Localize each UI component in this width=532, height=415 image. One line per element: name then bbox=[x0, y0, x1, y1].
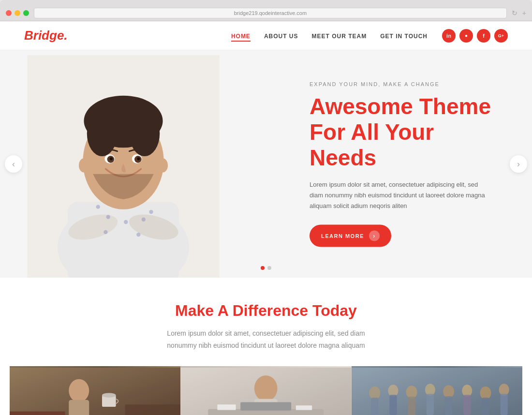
section-description: Lorem ipsum dolor sit amet, consectetuer… bbox=[164, 327, 368, 352]
svg-point-33 bbox=[102, 393, 116, 398]
svg-point-50 bbox=[406, 386, 417, 399]
website-content: Bridge. HOME ABOUT US MEET OUR TEAM GET … bbox=[0, 21, 532, 415]
svg-point-48 bbox=[388, 385, 398, 397]
svg-point-12 bbox=[103, 230, 107, 234]
svg-point-9 bbox=[106, 215, 110, 219]
dot-fullscreen[interactable] bbox=[23, 10, 29, 16]
navbar: Bridge. HOME ABOUT US MEET OUR TEAM GET … bbox=[0, 21, 532, 50]
nav-item-contact[interactable]: GET IN TOUCH bbox=[380, 31, 428, 40]
svg-rect-62 bbox=[352, 368, 522, 415]
linkedin-icon[interactable]: in bbox=[442, 29, 456, 43]
svg-point-27 bbox=[158, 158, 168, 172]
hero-subtitle: EXPAND YOUR MIND, MAKE A CHANGE bbox=[310, 81, 493, 87]
svg-rect-44 bbox=[352, 368, 522, 415]
svg-rect-51 bbox=[408, 397, 415, 415]
image-grid bbox=[10, 366, 522, 415]
nav-item-home[interactable]: HOME bbox=[231, 31, 251, 40]
svg-rect-49 bbox=[389, 395, 397, 415]
nav-item-about[interactable]: ABOUT US bbox=[264, 31, 298, 40]
browser-dots bbox=[6, 10, 29, 16]
svg-point-8 bbox=[149, 210, 153, 214]
svg-point-10 bbox=[124, 220, 128, 224]
hero-content: EXPAND YOUR MIND, MAKE A CHANGE Awesome … bbox=[310, 81, 493, 247]
svg-point-58 bbox=[480, 386, 491, 400]
slider-dots bbox=[261, 266, 271, 270]
svg-rect-61 bbox=[500, 394, 507, 415]
svg-point-46 bbox=[369, 386, 380, 400]
reload-button[interactable]: ↻ bbox=[512, 9, 517, 17]
svg-point-54 bbox=[443, 385, 454, 399]
svg-point-13 bbox=[136, 233, 140, 237]
social-icons: in ● f G+ bbox=[442, 29, 508, 43]
nav-link-about[interactable]: ABOUT US bbox=[264, 33, 298, 40]
hero-description: Lorem ipsum dolor sit amet, consectetuer… bbox=[310, 179, 493, 211]
grid-image-1 bbox=[10, 366, 180, 415]
hero-section: ‹ EXPAND YOUR MIND, MAKE A CHANGE Awesom… bbox=[0, 50, 532, 278]
svg-rect-32 bbox=[102, 396, 116, 407]
svg-point-5 bbox=[96, 205, 100, 208]
svg-point-60 bbox=[499, 384, 509, 396]
instagram-icon[interactable]: ● bbox=[459, 29, 473, 43]
svg-point-24 bbox=[110, 157, 113, 160]
nav-right: HOME ABOUT US MEET OUR TEAM GET IN TOUCH… bbox=[231, 29, 508, 43]
svg-rect-43 bbox=[296, 406, 312, 411]
slider-dot-1[interactable] bbox=[261, 266, 265, 270]
svg-point-25 bbox=[137, 157, 140, 160]
svg-rect-35 bbox=[125, 405, 181, 415]
address-bar[interactable]: bridge219.qodeinteractive.com bbox=[34, 8, 507, 18]
nav-link-home[interactable]: HOME bbox=[231, 33, 251, 42]
svg-point-56 bbox=[462, 385, 472, 397]
svg-rect-41 bbox=[240, 402, 291, 411]
learn-more-label: LEARN MORE bbox=[321, 233, 364, 238]
svg-rect-57 bbox=[463, 395, 471, 415]
next-arrow-icon: › bbox=[517, 159, 520, 169]
grid-image-2 bbox=[180, 366, 351, 415]
svg-rect-55 bbox=[445, 397, 452, 415]
facebook-icon[interactable]: f bbox=[477, 29, 490, 43]
difference-section: Make A Difference Today Lorem ipsum dolo… bbox=[0, 278, 532, 415]
svg-rect-40 bbox=[208, 409, 324, 415]
svg-rect-53 bbox=[426, 394, 433, 415]
nav-link-contact[interactable]: GET IN TOUCH bbox=[380, 33, 428, 40]
hero-image bbox=[15, 55, 232, 278]
svg-rect-31 bbox=[69, 400, 89, 415]
svg-rect-2 bbox=[68, 202, 179, 278]
svg-point-52 bbox=[425, 384, 435, 396]
nav-item-team[interactable]: MEET OUR TEAM bbox=[312, 31, 367, 40]
prev-arrow-icon: ‹ bbox=[12, 159, 15, 169]
svg-point-30 bbox=[69, 379, 89, 402]
dot-minimize[interactable] bbox=[15, 10, 20, 16]
svg-point-26 bbox=[79, 158, 89, 172]
site-logo[interactable]: Bridge. bbox=[24, 28, 68, 43]
svg-rect-59 bbox=[482, 398, 489, 415]
svg-rect-34 bbox=[10, 412, 65, 415]
slider-prev-button[interactable]: ‹ bbox=[5, 155, 22, 173]
hero-title: Awesome Theme For All Your Needs bbox=[310, 94, 493, 171]
svg-rect-42 bbox=[218, 405, 236, 410]
dot-close[interactable] bbox=[6, 10, 12, 16]
svg-point-11 bbox=[142, 218, 146, 222]
nav-links: HOME ABOUT US MEET OUR TEAM GET IN TOUCH bbox=[231, 31, 428, 40]
svg-rect-36 bbox=[180, 368, 351, 415]
svg-rect-37 bbox=[180, 368, 351, 415]
learn-more-button[interactable]: LEARN MORE › bbox=[310, 224, 391, 247]
svg-point-38 bbox=[254, 376, 278, 401]
svg-rect-39 bbox=[254, 399, 278, 415]
slider-next-button[interactable]: › bbox=[510, 155, 527, 173]
arrow-icon: › bbox=[369, 230, 380, 241]
grid-image-3 bbox=[352, 366, 522, 415]
new-tab-button[interactable]: + bbox=[522, 9, 526, 17]
nav-link-team[interactable]: MEET OUR TEAM bbox=[312, 33, 367, 40]
svg-rect-45 bbox=[352, 368, 522, 415]
slider-dot-2[interactable] bbox=[267, 266, 271, 270]
google-plus-icon[interactable]: G+ bbox=[494, 29, 508, 43]
person-illustration bbox=[15, 55, 232, 278]
svg-rect-47 bbox=[371, 398, 378, 415]
url-text: bridge219.qodeinteractive.com bbox=[234, 10, 307, 16]
svg-rect-28 bbox=[10, 368, 180, 415]
svg-rect-29 bbox=[10, 368, 180, 415]
svg-point-19 bbox=[93, 112, 153, 148]
section-title: Make A Difference Today bbox=[10, 302, 522, 320]
browser-chrome: bridge219.qodeinteractive.com ↻ + bbox=[0, 0, 532, 21]
